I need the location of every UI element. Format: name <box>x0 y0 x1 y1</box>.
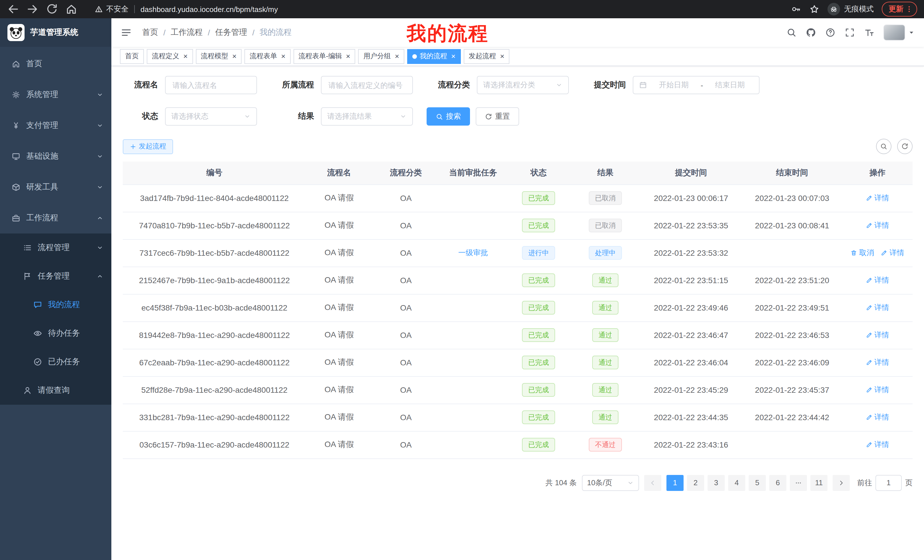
github-icon[interactable] <box>806 27 816 38</box>
page-size-select[interactable]: 10条/页 <box>582 475 639 491</box>
refresh-table-button[interactable] <box>897 139 913 154</box>
action-detail-link[interactable]: 详情 <box>866 193 889 203</box>
home-icon[interactable] <box>65 3 78 15</box>
sidebar-item-home[interactable]: 首页 <box>0 48 111 79</box>
reset-button[interactable]: 重置 <box>476 107 519 126</box>
search-button-label: 搜索 <box>446 111 461 121</box>
pagination-prev-button[interactable] <box>644 475 661 491</box>
sidebar-item-devtools[interactable]: 研发工具 <box>0 172 111 203</box>
hamburger-icon[interactable] <box>120 27 132 38</box>
sidebar-item-infrastructure[interactable]: 基础设施 <box>0 141 111 172</box>
forward-icon[interactable] <box>26 3 39 15</box>
header-search-icon[interactable] <box>786 27 796 38</box>
filter-submit-time: 提交时间 开始日期 - 结束日期 <box>582 76 759 94</box>
cell-name: OA 请假 <box>306 239 372 267</box>
fullscreen-icon[interactable] <box>844 27 855 38</box>
tab-5[interactable]: 流程表单-编辑× <box>294 49 356 64</box>
help-icon[interactable] <box>825 27 836 38</box>
breadcrumb-item[interactable]: 首页 <box>142 27 158 38</box>
user-menu[interactable] <box>884 24 915 40</box>
filter-process-input[interactable] <box>321 76 413 94</box>
tab-4[interactable]: 流程表单× <box>244 49 290 64</box>
close-icon[interactable]: × <box>232 52 236 60</box>
current-task-link[interactable]: 一级审批 <box>458 248 488 258</box>
filter-submit-time-range[interactable]: 开始日期 - 结束日期 <box>633 76 759 94</box>
sidebar-item-my-process[interactable]: 我的流程 <box>0 290 111 319</box>
sidebar-item-todo-task[interactable]: 待办任务 <box>0 319 111 347</box>
action-detail-link[interactable]: 详情 <box>866 357 889 368</box>
action-detail-link[interactable]: 详情 <box>866 220 889 231</box>
toggle-search-button[interactable] <box>876 139 891 154</box>
close-icon[interactable]: × <box>346 52 350 60</box>
action-detail-link[interactable]: 详情 <box>866 275 889 285</box>
tab-7[interactable]: 我的流程× <box>407 49 460 64</box>
tab-3[interactable]: 流程模型× <box>196 49 242 64</box>
pagination-more-button[interactable] <box>790 475 807 491</box>
filter-status-select[interactable]: 请选择状态 <box>165 107 257 126</box>
action-detail-link[interactable]: 详情 <box>866 385 889 395</box>
close-icon[interactable]: × <box>281 52 285 60</box>
close-icon[interactable]: × <box>183 52 188 60</box>
filter-name-input[interactable] <box>165 76 257 94</box>
filter-category-select[interactable]: 请选择流程分类 <box>477 76 569 94</box>
reset-button-label: 重置 <box>495 111 510 121</box>
bookmark-star-icon[interactable] <box>809 4 819 14</box>
breadcrumb-item[interactable]: 任务管理 <box>215 27 247 38</box>
pagination-page-11[interactable]: 11 <box>810 475 828 491</box>
pagination-page-3[interactable]: 3 <box>708 475 725 491</box>
action-detail-link[interactable]: 详情 <box>881 248 904 258</box>
action-cancel-link[interactable]: 取消 <box>850 248 874 258</box>
security-indicator[interactable]: 不安全 <box>95 4 129 14</box>
pagination-page-1[interactable]: 1 <box>666 475 684 491</box>
tab-2[interactable]: 流程定义× <box>147 49 193 64</box>
action-detail-link[interactable]: 详情 <box>866 412 889 422</box>
tab-8[interactable]: 发起流程× <box>464 49 509 64</box>
incognito-badge[interactable]: 无痕模式 <box>828 3 874 15</box>
pagination-next-button[interactable] <box>832 475 850 491</box>
sidebar-item-leave-query[interactable]: 请假查询 <box>0 376 111 405</box>
status-badge: 已完成 <box>522 356 555 369</box>
close-icon[interactable]: × <box>500 52 504 60</box>
back-icon[interactable] <box>7 3 20 15</box>
cell-end-time: 2022-01-22 23:49:51 <box>742 294 842 321</box>
key-icon[interactable] <box>791 4 801 14</box>
pagination-page-2[interactable]: 2 <box>687 475 704 491</box>
close-icon[interactable]: × <box>451 52 455 60</box>
filter-result-select[interactable]: 请选择流结果 <box>321 107 413 126</box>
tab-1[interactable]: 首页 <box>120 49 144 64</box>
create-process-button[interactable]: 发起流程 <box>123 139 173 154</box>
sidebar-item-system[interactable]: 系统管理 <box>0 79 111 110</box>
sidebar-item-task-mgmt[interactable]: 任务管理 <box>0 262 111 290</box>
jump-page-input[interactable] <box>876 475 902 491</box>
pagination-page-6[interactable]: 6 <box>769 475 786 491</box>
user-icon <box>23 386 32 395</box>
sidebar-item-process-mgmt[interactable]: 流程管理 <box>0 234 111 262</box>
tab-6[interactable]: 用户分组× <box>358 49 404 64</box>
sidebar-item-done-task[interactable]: 已办任务 <box>0 347 111 376</box>
cell-result: 已取消 <box>570 184 640 212</box>
sidebar-item-workflow[interactable]: 工作流程 <box>0 203 111 234</box>
breadcrumb-item[interactable]: 工作流程 <box>171 27 203 38</box>
action-detail-link[interactable]: 详情 <box>866 302 889 313</box>
sidebar-item-label: 工作流程 <box>26 213 58 223</box>
reload-icon[interactable] <box>46 3 58 15</box>
action-detail-link[interactable]: 详情 <box>866 330 889 340</box>
gear-icon <box>11 90 21 99</box>
action-detail-link[interactable]: 详情 <box>866 440 889 450</box>
pagination-page-4[interactable]: 4 <box>728 475 745 491</box>
cell-category: OA <box>372 431 440 458</box>
tab-label: 流程模型 <box>201 51 228 61</box>
cell-name: OA 请假 <box>306 321 372 349</box>
search-icon <box>436 113 443 120</box>
font-size-icon[interactable] <box>864 27 874 38</box>
close-icon[interactable]: × <box>395 52 399 60</box>
app-logo[interactable]: 芋道管理系统 <box>0 18 111 47</box>
address-bar[interactable]: 不安全 dashboard.yudao.iocoder.cn/bpm/task/… <box>95 4 791 14</box>
select-placeholder: 请选择流程分类 <box>483 80 535 90</box>
sidebar-item-payment[interactable]: 支付管理 <box>0 110 111 141</box>
pagination-page-5[interactable]: 5 <box>748 475 766 491</box>
search-button[interactable]: 搜索 <box>427 107 470 126</box>
browser-update-button[interactable]: 更新 <box>882 2 917 16</box>
sidebar-item-label: 支付管理 <box>26 120 58 131</box>
cell-submit-time: 2022-01-22 23:51:15 <box>640 267 742 294</box>
